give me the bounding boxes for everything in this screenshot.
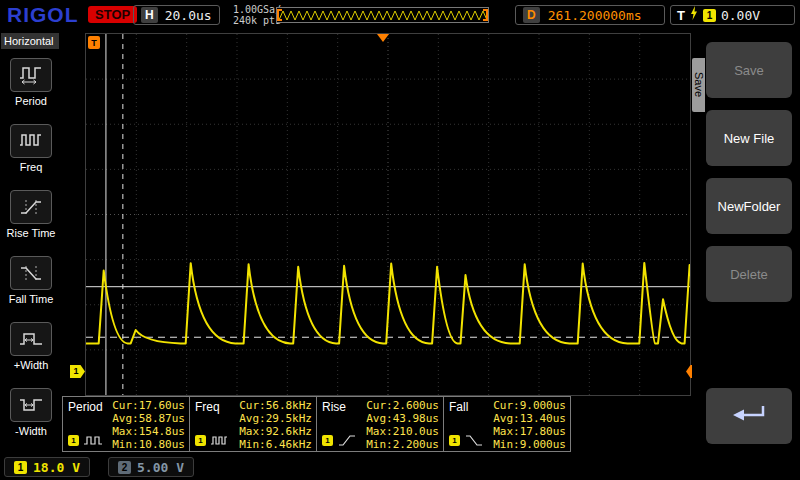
- ch2-badge: 2: [118, 461, 131, 474]
- ch2-status[interactable]: 2 5.00 V: [108, 457, 194, 477]
- measurement-values: Cur:2.600us Avg:43.98us Max:210.0us Min:…: [366, 399, 439, 451]
- measurement-min: Min:9.000us: [493, 438, 566, 451]
- rise-time-icon: [10, 190, 52, 224]
- return-button[interactable]: [706, 388, 792, 444]
- menu-item-minus-width[interactable]: -Width: [0, 388, 62, 437]
- status-bar: RIGOL STOP H 20.0us 1.00GSa/s 240k pts D…: [0, 0, 800, 30]
- measurement-avg: Avg:58.87us: [112, 412, 185, 425]
- measurement-name: Rise: [322, 400, 346, 414]
- measurement-avg: Avg:29.5kHz: [239, 412, 312, 425]
- ch1-scale-value: 18.0 V: [33, 460, 80, 475]
- measurement-max: Max:92.6kHz: [239, 425, 312, 438]
- measurement-max: Max:154.8us: [112, 425, 185, 438]
- measurement-avg: Avg:13.40us: [493, 412, 566, 425]
- trigger-bolt-icon: [690, 6, 698, 24]
- menu-item-fall-time[interactable]: Fall Time: [0, 256, 62, 305]
- period-icon: [10, 58, 52, 92]
- left-menu-title: Horizontal: [1, 33, 59, 49]
- delay-value: 261.200000ms: [548, 8, 642, 23]
- measurement-panel-period: Period Cur:17.60us Avg:58.87us Max:154.8…: [62, 396, 190, 452]
- measurement-name: Fall: [449, 400, 468, 414]
- menu-item-rise-time[interactable]: Rise Time: [0, 190, 62, 239]
- measurement-values: Cur:17.60us Avg:58.87us Max:154.8us Min:…: [112, 399, 185, 451]
- measurement-panel-fall: Fall Cur:9.000us Avg:13.40us Max:17.80us…: [443, 396, 571, 452]
- channel-status-bar: 1 18.0 V 2 5.00 V: [0, 454, 692, 480]
- waveform-display: T: [85, 33, 691, 396]
- left-measure-menu: Horizontal Period Freq: [0, 30, 62, 454]
- measurement-min: Min:6.46kHz: [239, 438, 312, 451]
- trigger-level-value: 0.00V: [721, 8, 760, 23]
- new-folder-button[interactable]: NewFolder: [706, 178, 792, 234]
- horizontal-settings-group: H 20.0us: [133, 5, 220, 25]
- measurement-cur: Cur:56.8kHz: [239, 399, 312, 412]
- minus-width-icon: [10, 388, 52, 422]
- menu-item-freq[interactable]: Freq: [0, 124, 62, 173]
- timebase-value: 20.0us: [165, 8, 212, 23]
- measurement-min: Min:10.80us: [112, 438, 185, 451]
- preview-waveform-icon: [277, 8, 488, 22]
- waveform-layer: [86, 34, 690, 395]
- ch1-badge: 1: [14, 461, 27, 474]
- ch1-source-badge: 1: [449, 435, 460, 446]
- trigger-source-badge: 1: [703, 9, 716, 22]
- menu-item-label: Period: [0, 95, 62, 107]
- preview-left-bracket-icon: [277, 9, 282, 21]
- measurement-cur: Cur:17.60us: [112, 399, 185, 412]
- return-arrow-icon: [727, 402, 771, 431]
- rise-glyph-icon: [337, 434, 357, 447]
- ch1-status[interactable]: 1 18.0 V: [4, 457, 90, 477]
- measurement-panel-rise: Rise Cur:2.600us Avg:43.98us Max:210.0us…: [316, 396, 444, 452]
- menu-tab-save: Save: [692, 58, 705, 112]
- ch1-source-badge: 1: [68, 435, 79, 446]
- horizontal-position-preview: [276, 7, 489, 23]
- ch1-source-badge: 1: [322, 435, 333, 446]
- horizontal-key-label: H: [141, 7, 158, 23]
- ch2-scale-value: 5.00 V: [137, 460, 184, 475]
- menu-item-label: -Width: [0, 425, 62, 437]
- measurement-cur: Cur:9.000us: [493, 399, 566, 412]
- preview-right-bracket-icon: [483, 9, 488, 21]
- brand-logo: RIGOL: [7, 3, 79, 27]
- fall-time-icon: [10, 256, 52, 290]
- measurement-avg: Avg:43.98us: [366, 412, 439, 425]
- menu-item-label: Freq: [0, 161, 62, 173]
- delay-group: D 261.200000ms: [515, 5, 665, 25]
- new-file-button[interactable]: New File: [706, 110, 792, 166]
- menu-item-period[interactable]: Period: [0, 58, 62, 107]
- oscilloscope-screen: RIGOL STOP H 20.0us 1.00GSa/s 240k pts D…: [0, 0, 800, 480]
- freq-glyph-icon: [210, 434, 230, 447]
- save-button[interactable]: Save: [706, 42, 792, 98]
- menu-item-label: Rise Time: [0, 227, 62, 239]
- delete-button[interactable]: Delete: [706, 246, 792, 302]
- measurement-values: Cur:56.8kHz Avg:29.5kHz Max:92.6kHz Min:…: [239, 399, 312, 451]
- trigger-key-label: T: [677, 8, 685, 23]
- measurement-name: Period: [68, 400, 103, 414]
- menu-item-label: +Width: [0, 359, 62, 371]
- plus-width-icon: [10, 322, 52, 356]
- measurement-name: Freq: [195, 400, 220, 414]
- measurement-max: Max:17.80us: [493, 425, 566, 438]
- right-softkey-menu: Save Save New File NewFolder Delete: [692, 30, 800, 480]
- waveform-trace: [86, 263, 690, 344]
- run-status-badge: STOP: [88, 6, 137, 23]
- menu-item-label: Fall Time: [0, 293, 62, 305]
- measurement-min: Min:2.200us: [366, 438, 439, 451]
- ch1-ground-marker: 1: [70, 365, 85, 378]
- trigger-position-marker: [377, 34, 389, 42]
- measurement-panel-freq: Freq Cur:56.8kHz Avg:29.5kHz Max:92.6kHz…: [189, 396, 317, 452]
- period-glyph-icon: [83, 434, 103, 447]
- delay-key-label: D: [523, 7, 540, 23]
- measurement-values: Cur:9.000us Avg:13.40us Max:17.80us Min:…: [493, 399, 566, 451]
- freq-icon: [10, 124, 52, 158]
- ch1-source-badge: 1: [195, 435, 206, 446]
- measurement-source: 1: [449, 434, 484, 447]
- measurement-source: 1: [322, 434, 357, 447]
- measurement-max: Max:210.0us: [366, 425, 439, 438]
- measurement-row: Period Cur:17.60us Avg:58.87us Max:154.8…: [62, 396, 571, 453]
- measurement-cur: Cur:2.600us: [366, 399, 439, 412]
- trigger-group: T 1 0.00V: [670, 5, 795, 25]
- trigger-offscreen-indicator: T: [88, 36, 100, 49]
- fall-glyph-icon: [464, 434, 484, 447]
- measurement-source: 1: [195, 434, 230, 447]
- menu-item-plus-width[interactable]: +Width: [0, 322, 62, 371]
